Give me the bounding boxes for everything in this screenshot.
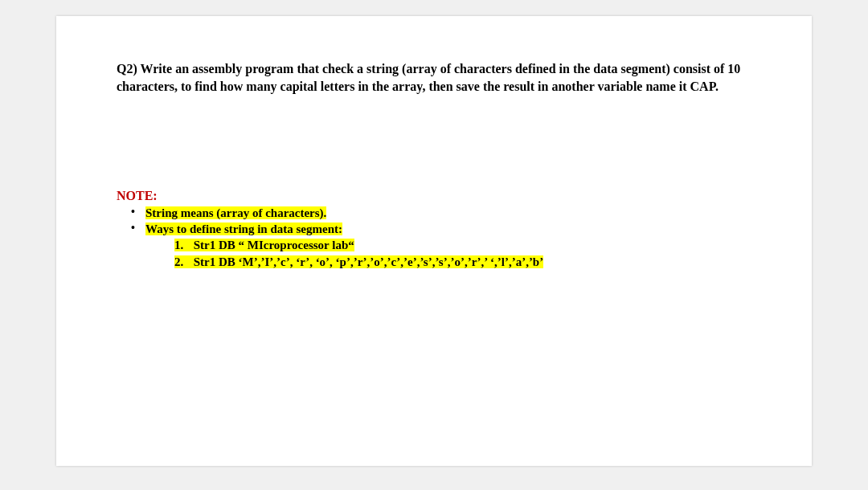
numbered-text: Str1 DB ‘M’,’I’,’c’, ‘r’, ‘o’, ‘p’,’r’,’…: [194, 255, 543, 268]
bullet-item: String means (array of characters).: [145, 205, 751, 221]
num-marker: 1.: [174, 237, 190, 253]
numbered-item: 1. Str1 DB “ MIcroprocessor lab“: [174, 237, 751, 253]
note-title: NOTE:: [117, 189, 751, 203]
numbered-content: 2. Str1 DB ‘M’,’I’,’c’, ‘r’, ‘o’, ‘p’,’r…: [174, 255, 543, 268]
numbered-text: Str1 DB “ MIcroprocessor lab“: [194, 239, 354, 251]
question-text: Q2) Write an assembly program that check…: [117, 60, 751, 96]
bullet-text: Ways to define string in data segment:: [145, 223, 342, 235]
document-page: Q2) Write an assembly program that check…: [56, 16, 812, 466]
numbered-item: 2. Str1 DB ‘M’,’I’,’c’, ‘r’, ‘o’, ‘p’,’r…: [174, 254, 751, 270]
numbered-content: 1. Str1 DB “ MIcroprocessor lab“: [174, 239, 354, 251]
bullet-list: String means (array of characters). Ways…: [117, 205, 751, 270]
numbered-list: 1. Str1 DB “ MIcroprocessor lab“ 2. Str1…: [145, 237, 751, 270]
num-marker: 2.: [174, 254, 190, 270]
note-section: NOTE: String means (array of characters)…: [117, 189, 751, 270]
bullet-item: Ways to define string in data segment: 1…: [145, 221, 751, 270]
bullet-text: String means (array of characters).: [145, 206, 326, 219]
